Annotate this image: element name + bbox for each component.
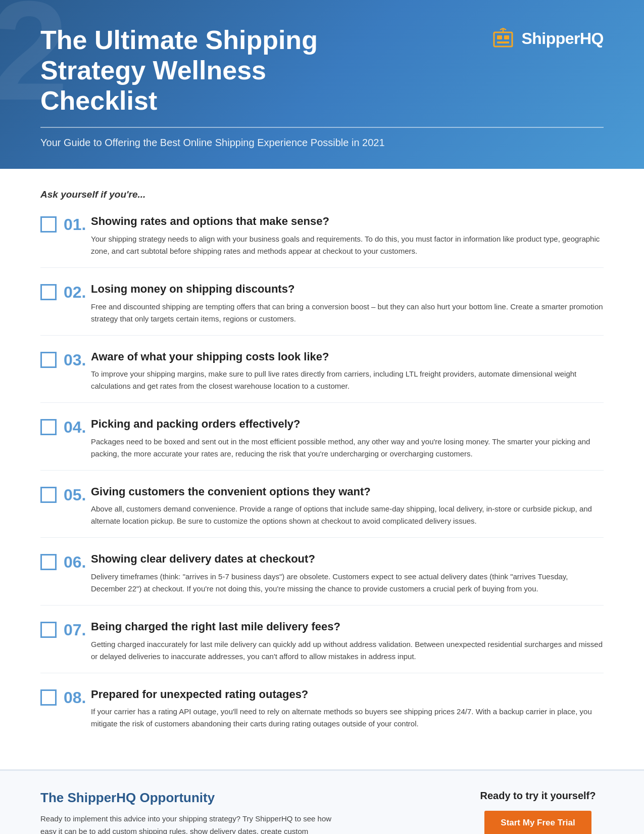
item-content-7: Being charged the right last mile delive…	[91, 620, 604, 663]
svg-rect-2	[504, 35, 509, 39]
item-content-3: Aware of what your shipping costs look l…	[91, 350, 604, 393]
opportunity-left: The ShipperHQ Opportunity Ready to imple…	[40, 790, 442, 834]
item-content-8: Prepared for unexpected rating outages? …	[91, 687, 604, 730]
item-body-1: Your shipping strategy needs to align wi…	[91, 233, 604, 257]
ask-intro: Ask yourself if you're...	[40, 189, 604, 200]
checklist-item: 08. Prepared for unexpected rating outag…	[40, 687, 604, 740]
header-subtitle: Your Guide to Offering the Best Online S…	[40, 137, 604, 149]
opportunity-section: The ShipperHQ Opportunity Ready to imple…	[0, 769, 644, 834]
item-content-2: Losing money on shipping discounts? Free…	[91, 282, 604, 325]
item-number-8: 08.	[64, 689, 90, 706]
page-title: The Ultimate Shipping Strategy Wellness …	[40, 25, 354, 116]
item-heading-1: Showing rates and options that make sens…	[91, 214, 604, 229]
checkbox-8[interactable]	[40, 689, 57, 706]
checkbox-4[interactable]	[40, 419, 57, 435]
checkbox-area: 05.	[40, 485, 91, 503]
item-content-6: Showing clear delivery dates at checkout…	[91, 552, 604, 595]
logo: ShipperHQ	[490, 25, 604, 52]
checklist-item: 02. Losing money on shipping discounts? …	[40, 282, 604, 336]
item-body-3: To improve your shipping margins, make s…	[91, 368, 604, 392]
item-content-4: Picking and packing orders effectively? …	[91, 417, 604, 460]
checklist-item: 03. Aware of what your shipping costs lo…	[40, 350, 604, 403]
header-divider	[40, 127, 604, 128]
item-body-4: Packages need to be boxed and sent out i…	[91, 436, 604, 460]
checklist-item: 04. Picking and packing orders effective…	[40, 417, 604, 471]
item-heading-3: Aware of what your shipping costs look l…	[91, 350, 604, 364]
checkbox-2[interactable]	[40, 284, 57, 300]
checklist-list: 01. Showing rates and options that make …	[40, 214, 604, 740]
opportunity-right: Ready to try it yourself? Start My Free …	[472, 790, 604, 834]
item-body-8: If your carrier has a rating API outage,…	[91, 706, 604, 730]
checklist-item: 07. Being charged the right last mile de…	[40, 620, 604, 673]
logo-text: ShipperHQ	[521, 29, 604, 48]
checkbox-area: 08.	[40, 687, 91, 706]
header: 2 The Ultimate Shipping Strategy Wellnes…	[0, 0, 644, 169]
checkbox-5[interactable]	[40, 487, 57, 503]
item-body-6: Delivery timeframes (think: "arrives in …	[91, 571, 604, 595]
ready-text: Ready to try it yourself?	[480, 790, 596, 802]
item-body-2: Free and discounted shipping are temptin…	[91, 301, 604, 325]
item-heading-4: Picking and packing orders effectively?	[91, 417, 604, 432]
item-number-4: 04.	[64, 419, 90, 435]
checkbox-1[interactable]	[40, 216, 57, 233]
item-content-1: Showing rates and options that make sens…	[91, 214, 604, 257]
checkbox-6[interactable]	[40, 554, 57, 570]
item-body-7: Getting charged inaccurately for last mi…	[91, 638, 604, 663]
item-heading-2: Losing money on shipping discounts?	[91, 282, 604, 297]
checklist-item: 05. Giving customers the convenient opti…	[40, 485, 604, 538]
item-heading-6: Showing clear delivery dates at checkout…	[91, 552, 604, 567]
item-body-5: Above all, customers demand convenience.…	[91, 503, 604, 527]
item-heading-5: Giving customers the convenient options …	[91, 485, 604, 499]
svg-rect-0	[494, 32, 512, 47]
item-heading-8: Prepared for unexpected rating outages?	[91, 687, 604, 702]
shipperhq-logo-icon	[490, 25, 516, 52]
main-content: Ask yourself if you're... 01. Showing ra…	[0, 169, 644, 769]
item-content-5: Giving customers the convenient options …	[91, 485, 604, 528]
checkbox-area: 04.	[40, 417, 91, 435]
svg-rect-1	[497, 35, 502, 39]
item-number-2: 02.	[64, 284, 90, 300]
start-trial-button[interactable]: Start My Free Trial	[484, 811, 591, 834]
item-number-7: 07.	[64, 622, 90, 638]
checkbox-area: 06.	[40, 552, 91, 570]
checkbox-area: 02.	[40, 282, 91, 300]
opportunity-title: The ShipperHQ Opportunity	[40, 790, 442, 806]
checkbox-area: 03.	[40, 350, 91, 368]
item-number-3: 03.	[64, 352, 90, 368]
checklist-item: 06. Showing clear delivery dates at chec…	[40, 552, 604, 606]
checkbox-area: 01.	[40, 214, 91, 233]
item-heading-7: Being charged the right last mile delive…	[91, 620, 604, 634]
header-top: The Ultimate Shipping Strategy Wellness …	[40, 25, 604, 116]
item-number-5: 05.	[64, 487, 90, 503]
checklist-item: 01. Showing rates and options that make …	[40, 214, 604, 268]
checkbox-7[interactable]	[40, 622, 57, 638]
item-number-1: 01.	[64, 216, 90, 233]
opportunity-body: Ready to implement this advice into your…	[40, 813, 333, 834]
page: 2 The Ultimate Shipping Strategy Wellnes…	[0, 0, 644, 834]
checkbox-area: 07.	[40, 620, 91, 638]
item-number-6: 06.	[64, 554, 90, 570]
svg-rect-3	[497, 41, 509, 43]
checkbox-3[interactable]	[40, 352, 57, 368]
